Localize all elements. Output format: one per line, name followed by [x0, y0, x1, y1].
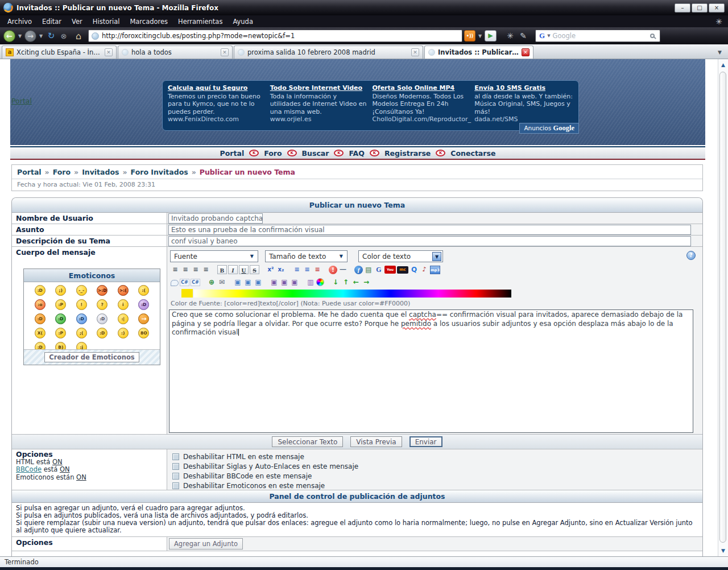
close-button[interactable]: × — [709, 3, 725, 13]
scroll-up-icon[interactable]: ▲ — [718, 62, 728, 68]
emoticon-grin-silver[interactable]: :D — [97, 313, 107, 324]
quicktime-icon[interactable]: Q — [410, 265, 419, 274]
emoticon-redface[interactable]: :o — [35, 299, 46, 310]
user-image-left-icon[interactable]: ▣ — [270, 278, 279, 287]
font-size-select[interactable]: Tamaño de texto ▼ — [265, 250, 348, 262]
bbcode-link[interactable]: BBCode — [16, 465, 42, 473]
list-item-icon[interactable]: ≡ — [313, 265, 322, 274]
superscript-icon[interactable]: x² — [266, 265, 275, 274]
menu-ayuda[interactable]: Ayuda — [228, 16, 258, 27]
breadcrumb-foro[interactable]: Foro — [53, 168, 71, 176]
subscript-icon[interactable]: x₂ — [276, 265, 286, 274]
youtube-icon[interactable]: You — [384, 266, 396, 274]
emoticon-evil[interactable]: >:( — [118, 285, 129, 296]
emoticon-smile[interactable]: :) — [118, 328, 129, 338]
nav-faq[interactable]: FAQ — [349, 149, 364, 158]
horizontal-rule-icon[interactable]: ― — [338, 265, 348, 274]
italic-icon[interactable]: I — [228, 265, 238, 274]
search-bar[interactable]: G ▼ Google — [535, 30, 660, 42]
emoticon-biggrin2[interactable]: :D — [97, 328, 107, 338]
quote-icon[interactable] — [171, 280, 179, 286]
emoticon-creator-button[interactable]: Creador de Emoticonos — [44, 352, 139, 362]
ad-title-link[interactable]: Oferta Solo Online MP4 — [373, 84, 471, 92]
help-icon[interactable]: ? — [686, 251, 696, 260]
tab-close-icon[interactable]: ✕ — [105, 48, 113, 56]
nav-foro[interactable]: Foro — [264, 149, 282, 158]
emoticon-razz[interactable]: :P — [55, 299, 66, 310]
vertical-scrollbar[interactable]: ▲ ▼ — [718, 59, 728, 556]
font-select[interactable]: Fuente ▼ — [170, 250, 258, 262]
menu-editar[interactable]: Editar — [37, 16, 67, 27]
emoticon-grin-blue[interactable]: :D — [76, 313, 87, 324]
emoticon-wink[interactable]: ;) — [55, 285, 66, 296]
go-button[interactable]: ▶ — [485, 30, 497, 42]
menu-marcadores[interactable]: Marcadores — [125, 16, 173, 27]
emoticon-idea[interactable]: i — [118, 299, 129, 310]
image-center-icon[interactable]: ▣ — [243, 278, 253, 287]
anuncios-google-badge[interactable]: Anuncios Google — [519, 123, 579, 134]
code-alt-icon[interactable]: C# — [191, 279, 200, 286]
strikethrough-icon[interactable]: S — [250, 265, 259, 274]
subject-field[interactable]: Esto es una prueba de la confirmación vi… — [168, 225, 691, 235]
image-right-icon[interactable]: ▣ — [254, 278, 263, 287]
ad-title-link[interactable]: Calcula aquí tu Seguro — [168, 84, 267, 92]
flash-icon[interactable]: f — [354, 266, 363, 274]
emoticon-exclaim[interactable]: ! — [76, 299, 87, 310]
menu-ver[interactable]: Ver — [67, 16, 88, 27]
url-text[interactable]: http://foroxcitingclub.es/posting.php?mo… — [102, 32, 295, 40]
menu-historial[interactable]: Historial — [88, 16, 125, 27]
font-color-select[interactable]: Color de texto ▼ — [358, 250, 443, 262]
list-all-tabs-icon[interactable]: ▼ — [718, 49, 726, 59]
arrow-up-icon[interactable]: ↑ — [341, 278, 350, 287]
back-dropdown-icon[interactable]: ▼ — [17, 34, 23, 39]
google-video-icon[interactable]: G — [374, 265, 383, 274]
emoticon-biggrin[interactable]: :D — [35, 285, 46, 296]
user-image-right-icon[interactable]: ▣ — [290, 278, 299, 287]
emoticon-sad[interactable]: :( — [138, 285, 149, 296]
username-field[interactable]: Invitado probando captcha — [168, 213, 263, 224]
breadcrumb-portal[interactable]: Portal — [17, 168, 42, 176]
sound-icon[interactable]: ♪ — [420, 265, 429, 274]
message-textarea[interactable]: Creo que se como solucionar el problema.… — [169, 309, 693, 433]
scrollbar-thumb[interactable] — [719, 72, 726, 543]
minimize-button[interactable]: – — [675, 3, 690, 13]
search-engine-dropdown-icon[interactable]: ▼ — [547, 34, 550, 38]
warning-icon[interactable]: ! — [329, 266, 337, 274]
code-icon[interactable]: C# — [180, 279, 189, 286]
underline-icon[interactable]: U — [239, 265, 249, 274]
menu-archivo[interactable]: Archivo — [2, 16, 37, 27]
align-right-icon[interactable]: ≡ — [191, 265, 200, 274]
reload-button[interactable]: ↻ — [46, 31, 57, 41]
arrow-left-icon[interactable]: ← — [351, 278, 361, 287]
emoticon-question[interactable]: ? — [97, 299, 107, 310]
disable-autolinks-checkbox[interactable] — [172, 463, 179, 470]
search-input[interactable]: Google — [553, 32, 648, 40]
maximize-button[interactable]: □ — [692, 3, 708, 13]
select-text-button[interactable]: Seleccionar Texto — [272, 436, 343, 447]
gallery-icon[interactable]: ▥ — [306, 278, 315, 287]
emoticon-eek[interactable]: 8O — [138, 328, 149, 338]
ad-title-link[interactable]: Envía 10 SMS Gratis — [474, 84, 573, 92]
edit-page-icon[interactable]: ✎ — [518, 31, 529, 40]
unordered-list-icon[interactable]: ≡ — [292, 265, 301, 274]
align-center-icon[interactable]: ≡ — [181, 265, 190, 274]
emoticon-cry[interactable]: ;( — [76, 328, 87, 338]
ad-title-link[interactable]: Todo Sobre Internet Video — [270, 84, 369, 92]
submit-button[interactable]: Enviar — [410, 436, 442, 447]
arrow-down-icon[interactable]: ↓ — [331, 278, 340, 287]
disable-html-checkbox[interactable] — [172, 453, 179, 460]
ordered-list-icon[interactable]: ≡ — [303, 265, 312, 274]
breadcrumb-invitados[interactable]: Invitados — [82, 168, 119, 176]
tab-close-icon[interactable]: ✕ — [221, 48, 229, 56]
link-icon[interactable]: ⊕ — [207, 278, 216, 287]
portal-link[interactable]: Portal — [11, 97, 32, 105]
emoticon-neutral[interactable]: :| — [118, 313, 129, 324]
emoticon-grin-orange[interactable]: :D — [35, 313, 46, 324]
emoticon-mad[interactable]: X( — [35, 328, 46, 338]
tab-close-icon[interactable]: ✕ — [522, 48, 530, 56]
user-image-center-icon[interactable]: ▣ — [280, 278, 289, 287]
emoticon-grin-purple[interactable]: :D — [138, 299, 149, 310]
nav-conectarse[interactable]: Conectarse — [450, 149, 495, 158]
selected-color-swatch[interactable] — [181, 289, 193, 298]
tab-hola-a-todos[interactable]: hola a todos ✕ — [118, 46, 233, 59]
